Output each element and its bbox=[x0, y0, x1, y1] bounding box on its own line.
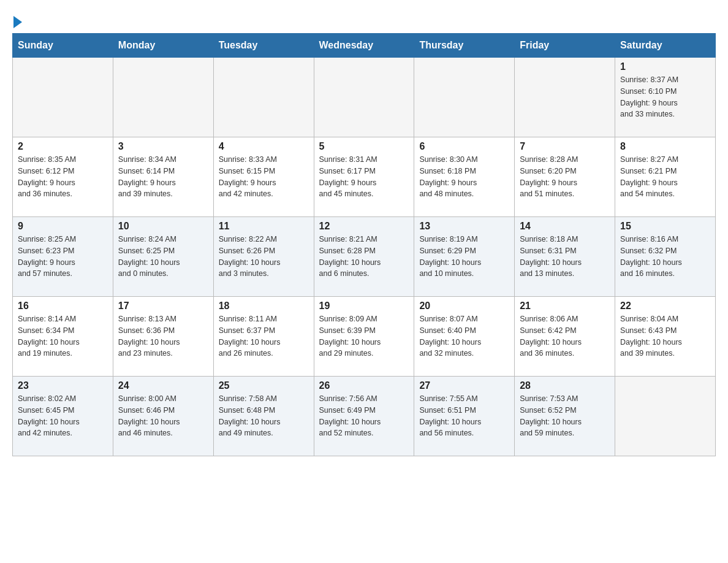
day-number: 17 bbox=[118, 301, 208, 312]
calendar-header-saturday: Saturday bbox=[615, 34, 716, 58]
day-number: 20 bbox=[419, 301, 509, 312]
day-number: 23 bbox=[18, 380, 108, 391]
calendar-cell: 25Sunrise: 7:58 AM Sunset: 6:48 PM Dayli… bbox=[213, 377, 314, 456]
day-number: 12 bbox=[319, 221, 409, 232]
calendar-cell: 26Sunrise: 7:56 AM Sunset: 6:49 PM Dayli… bbox=[314, 377, 414, 456]
day-number: 14 bbox=[520, 221, 610, 232]
calendar-cell bbox=[213, 58, 314, 137]
day-info: Sunrise: 8:19 AM Sunset: 6:29 PM Dayligh… bbox=[419, 234, 509, 280]
calendar-header-sunday: Sunday bbox=[13, 34, 113, 58]
day-number: 1 bbox=[620, 61, 710, 72]
calendar-cell: 1Sunrise: 8:37 AM Sunset: 6:10 PM Daylig… bbox=[615, 58, 716, 137]
day-info: Sunrise: 8:37 AM Sunset: 6:10 PM Dayligh… bbox=[620, 74, 710, 120]
calendar-cell: 7Sunrise: 8:28 AM Sunset: 6:20 PM Daylig… bbox=[515, 137, 615, 217]
calendar-header-tuesday: Tuesday bbox=[213, 34, 314, 58]
day-info: Sunrise: 7:58 AM Sunset: 6:48 PM Dayligh… bbox=[219, 393, 309, 439]
day-number: 27 bbox=[419, 380, 509, 391]
calendar-cell: 21Sunrise: 8:06 AM Sunset: 6:42 PM Dayli… bbox=[515, 297, 615, 377]
calendar-cell: 11Sunrise: 8:22 AM Sunset: 6:26 PM Dayli… bbox=[213, 217, 314, 297]
day-number: 7 bbox=[520, 141, 610, 152]
calendar-header-friday: Friday bbox=[515, 34, 615, 58]
day-number: 2 bbox=[18, 141, 108, 152]
day-info: Sunrise: 8:25 AM Sunset: 6:23 PM Dayligh… bbox=[18, 234, 108, 280]
day-number: 10 bbox=[118, 221, 208, 232]
calendar-header-row: SundayMondayTuesdayWednesdayThursdayFrid… bbox=[13, 34, 716, 58]
day-info: Sunrise: 8:27 AM Sunset: 6:21 PM Dayligh… bbox=[620, 154, 710, 200]
calendar-week-row-3: 9Sunrise: 8:25 AM Sunset: 6:23 PM Daylig… bbox=[13, 217, 716, 297]
logo bbox=[12, 12, 23, 27]
calendar-cell: 2Sunrise: 8:35 AM Sunset: 6:12 PM Daylig… bbox=[13, 137, 113, 217]
day-info: Sunrise: 8:34 AM Sunset: 6:14 PM Dayligh… bbox=[118, 154, 208, 200]
day-info: Sunrise: 8:11 AM Sunset: 6:37 PM Dayligh… bbox=[219, 313, 309, 359]
calendar-cell: 23Sunrise: 8:02 AM Sunset: 6:45 PM Dayli… bbox=[13, 377, 113, 456]
day-number: 5 bbox=[319, 141, 409, 152]
calendar-cell: 10Sunrise: 8:24 AM Sunset: 6:25 PM Dayli… bbox=[113, 217, 213, 297]
calendar-cell: 18Sunrise: 8:11 AM Sunset: 6:37 PM Dayli… bbox=[213, 297, 314, 377]
day-info: Sunrise: 8:06 AM Sunset: 6:42 PM Dayligh… bbox=[520, 313, 610, 359]
day-info: Sunrise: 8:21 AM Sunset: 6:28 PM Dayligh… bbox=[319, 234, 409, 280]
calendar-cell: 19Sunrise: 8:09 AM Sunset: 6:39 PM Dayli… bbox=[314, 297, 414, 377]
day-info: Sunrise: 7:53 AM Sunset: 6:52 PM Dayligh… bbox=[520, 393, 610, 439]
day-info: Sunrise: 8:28 AM Sunset: 6:20 PM Dayligh… bbox=[520, 154, 610, 200]
day-number: 11 bbox=[219, 221, 309, 232]
calendar-cell: 13Sunrise: 8:19 AM Sunset: 6:29 PM Dayli… bbox=[414, 217, 515, 297]
calendar-cell: 3Sunrise: 8:34 AM Sunset: 6:14 PM Daylig… bbox=[113, 137, 213, 217]
day-number: 25 bbox=[219, 380, 309, 391]
calendar-header-wednesday: Wednesday bbox=[314, 34, 414, 58]
day-number: 22 bbox=[620, 301, 710, 312]
day-number: 16 bbox=[18, 301, 108, 312]
calendar-header-thursday: Thursday bbox=[414, 34, 515, 58]
day-info: Sunrise: 8:31 AM Sunset: 6:17 PM Dayligh… bbox=[319, 154, 409, 200]
day-number: 18 bbox=[219, 301, 309, 312]
day-number: 4 bbox=[219, 141, 309, 152]
day-number: 6 bbox=[419, 141, 509, 152]
day-info: Sunrise: 8:30 AM Sunset: 6:18 PM Dayligh… bbox=[419, 154, 509, 200]
day-info: Sunrise: 8:18 AM Sunset: 6:31 PM Dayligh… bbox=[520, 234, 610, 280]
day-number: 8 bbox=[620, 141, 710, 152]
day-info: Sunrise: 8:14 AM Sunset: 6:34 PM Dayligh… bbox=[18, 313, 108, 359]
calendar-cell: 16Sunrise: 8:14 AM Sunset: 6:34 PM Dayli… bbox=[13, 297, 113, 377]
day-number: 9 bbox=[18, 221, 108, 232]
calendar-cell: 15Sunrise: 8:16 AM Sunset: 6:32 PM Dayli… bbox=[615, 217, 716, 297]
calendar-week-row-5: 23Sunrise: 8:02 AM Sunset: 6:45 PM Dayli… bbox=[13, 377, 716, 456]
calendar-cell bbox=[13, 58, 113, 137]
calendar-cell: 5Sunrise: 8:31 AM Sunset: 6:17 PM Daylig… bbox=[314, 137, 414, 217]
calendar-cell bbox=[615, 377, 716, 456]
calendar-cell: 17Sunrise: 8:13 AM Sunset: 6:36 PM Dayli… bbox=[113, 297, 213, 377]
calendar-cell bbox=[515, 58, 615, 137]
calendar-cell: 20Sunrise: 8:07 AM Sunset: 6:40 PM Dayli… bbox=[414, 297, 515, 377]
calendar-header-monday: Monday bbox=[113, 34, 213, 58]
calendar-cell: 27Sunrise: 7:55 AM Sunset: 6:51 PM Dayli… bbox=[414, 377, 515, 456]
calendar-table: SundayMondayTuesdayWednesdayThursdayFrid… bbox=[12, 33, 716, 456]
calendar-cell: 24Sunrise: 8:00 AM Sunset: 6:46 PM Dayli… bbox=[113, 377, 213, 456]
calendar-week-row-2: 2Sunrise: 8:35 AM Sunset: 6:12 PM Daylig… bbox=[13, 137, 716, 217]
day-number: 13 bbox=[419, 221, 509, 232]
day-info: Sunrise: 8:16 AM Sunset: 6:32 PM Dayligh… bbox=[620, 234, 710, 280]
calendar-cell: 6Sunrise: 8:30 AM Sunset: 6:18 PM Daylig… bbox=[414, 137, 515, 217]
day-number: 28 bbox=[520, 380, 610, 391]
calendar-cell: 14Sunrise: 8:18 AM Sunset: 6:31 PM Dayli… bbox=[515, 217, 615, 297]
calendar-cell: 28Sunrise: 7:53 AM Sunset: 6:52 PM Dayli… bbox=[515, 377, 615, 456]
day-info: Sunrise: 8:00 AM Sunset: 6:46 PM Dayligh… bbox=[118, 393, 208, 439]
calendar-cell bbox=[414, 58, 515, 137]
calendar-cell: 12Sunrise: 8:21 AM Sunset: 6:28 PM Dayli… bbox=[314, 217, 414, 297]
calendar-week-row-1: 1Sunrise: 8:37 AM Sunset: 6:10 PM Daylig… bbox=[13, 58, 716, 137]
day-number: 15 bbox=[620, 221, 710, 232]
day-info: Sunrise: 8:22 AM Sunset: 6:26 PM Dayligh… bbox=[219, 234, 309, 280]
calendar-cell: 4Sunrise: 8:33 AM Sunset: 6:15 PM Daylig… bbox=[213, 137, 314, 217]
day-info: Sunrise: 7:56 AM Sunset: 6:49 PM Dayligh… bbox=[319, 393, 409, 439]
day-number: 24 bbox=[118, 380, 208, 391]
day-info: Sunrise: 8:24 AM Sunset: 6:25 PM Dayligh… bbox=[118, 234, 208, 280]
day-number: 21 bbox=[520, 301, 610, 312]
day-info: Sunrise: 7:55 AM Sunset: 6:51 PM Dayligh… bbox=[419, 393, 509, 439]
day-info: Sunrise: 8:09 AM Sunset: 6:39 PM Dayligh… bbox=[319, 313, 409, 359]
calendar-cell: 22Sunrise: 8:04 AM Sunset: 6:43 PM Dayli… bbox=[615, 297, 716, 377]
day-info: Sunrise: 8:13 AM Sunset: 6:36 PM Dayligh… bbox=[118, 313, 208, 359]
calendar-cell bbox=[113, 58, 213, 137]
page-header bbox=[12, 12, 716, 27]
day-info: Sunrise: 8:33 AM Sunset: 6:15 PM Dayligh… bbox=[219, 154, 309, 200]
day-number: 19 bbox=[319, 301, 409, 312]
day-info: Sunrise: 8:35 AM Sunset: 6:12 PM Dayligh… bbox=[18, 154, 108, 200]
day-info: Sunrise: 8:02 AM Sunset: 6:45 PM Dayligh… bbox=[18, 393, 108, 439]
day-info: Sunrise: 8:07 AM Sunset: 6:40 PM Dayligh… bbox=[419, 313, 509, 359]
